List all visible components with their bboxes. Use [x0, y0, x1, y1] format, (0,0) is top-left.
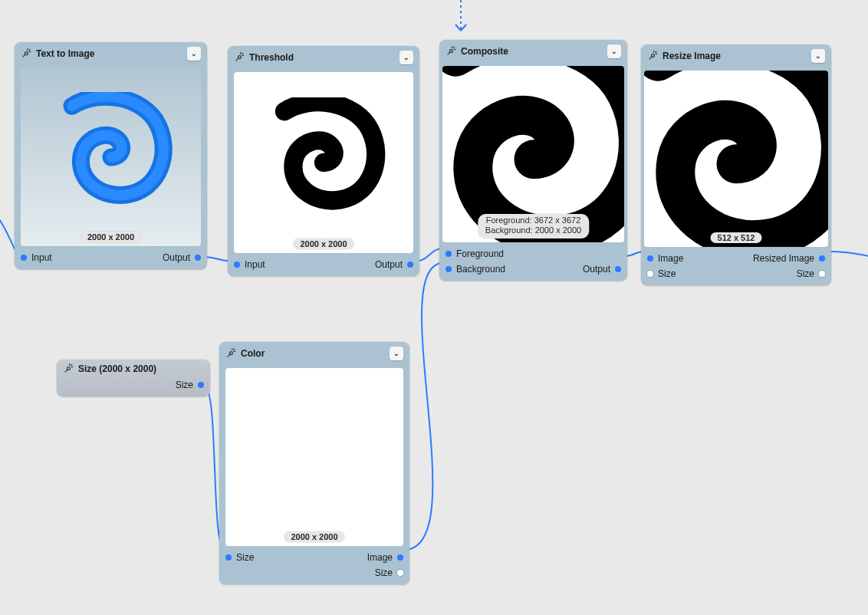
- size-out-port[interactable]: Size: [375, 567, 403, 578]
- size-out-port[interactable]: Size: [176, 380, 204, 390]
- size-in-port[interactable]: Size: [225, 552, 254, 563]
- port-label: Output: [163, 252, 190, 263]
- port-label: Image: [367, 552, 393, 563]
- chevron-down-icon: ⌄: [611, 48, 617, 55]
- node-header[interactable]: Composite ⌄: [439, 40, 627, 63]
- resized-image-port[interactable]: Resized Image: [753, 253, 825, 264]
- tools-icon: [21, 48, 31, 59]
- port-label: Background: [456, 264, 505, 275]
- output-port[interactable]: Output: [163, 252, 201, 263]
- output-port[interactable]: Output: [583, 264, 621, 275]
- chevron-down-icon: ⌄: [191, 50, 197, 58]
- tools-icon: [446, 46, 456, 57]
- node-body: Foreground: 3672 x 3672 Background: 2000…: [439, 63, 627, 245]
- port-label: Resized Image: [753, 253, 814, 264]
- image-port[interactable]: Image: [647, 253, 683, 264]
- chevron-down-icon: ⌄: [815, 52, 821, 60]
- preview-image[interactable]: 2000 x 2000: [225, 368, 403, 546]
- node-size[interactable]: Size (2000 x 2000) Size: [57, 360, 210, 396]
- tools-icon: [647, 51, 658, 61]
- dims-multi-badge: Foreground: 3672 x 3672 Background: 2000…: [478, 214, 589, 239]
- background-port[interactable]: Background: [446, 264, 505, 275]
- dims-badge: 2000 x 2000: [81, 232, 141, 242]
- port-dot-icon: [819, 271, 825, 277]
- node-header[interactable]: Threshold ⌄: [228, 46, 419, 69]
- port-label: Input: [245, 259, 265, 270]
- node-title: Size (2000 x 2000): [78, 363, 204, 374]
- port-dot-icon: [819, 255, 825, 261]
- node-menu-button[interactable]: ⌄: [390, 347, 403, 360]
- size-out-port[interactable]: Size: [797, 268, 825, 279]
- port-dot-icon: [647, 255, 653, 261]
- node-body: 512 x 512: [641, 67, 831, 250]
- port-label: Size: [658, 268, 676, 279]
- node-header[interactable]: Text to Image ⌄: [15, 42, 207, 65]
- output-port[interactable]: Output: [375, 259, 413, 270]
- size-in-port[interactable]: Size: [647, 268, 676, 279]
- image-out-port[interactable]: Image: [367, 552, 403, 563]
- node-header[interactable]: Resize Image ⌄: [641, 44, 831, 67]
- input-port[interactable]: Input: [21, 252, 52, 263]
- node-composite[interactable]: Composite ⌄ Foreground: 3672 x 3672 Back…: [439, 40, 627, 281]
- svg-point-0: [25, 52, 28, 55]
- port-dot-icon: [397, 570, 403, 576]
- node-title: Color: [241, 348, 385, 359]
- node-title: Text to Image: [36, 48, 182, 59]
- port-label: Output: [375, 259, 403, 270]
- node-menu-button[interactable]: ⌄: [399, 51, 413, 64]
- preview-image[interactable]: Foreground: 3672 x 3672 Background: 2000…: [442, 66, 624, 242]
- node-header[interactable]: Color ⌄: [219, 342, 409, 365]
- port-row: Input Output: [228, 258, 419, 271]
- dims-badge: 512 x 512: [711, 232, 762, 243]
- badge-line-fg: Foreground: 3672 x 3672: [485, 215, 581, 226]
- port-row: Size: [57, 378, 210, 392]
- dims-badge: 2000 x 2000: [293, 238, 353, 249]
- spiral-glyph-large: [644, 71, 828, 247]
- node-threshold[interactable]: Threshold ⌄ 2000 x 2000 Input O: [228, 46, 419, 276]
- node-menu-button[interactable]: ⌄: [607, 44, 621, 58]
- port-label: Foreground: [456, 248, 504, 259]
- port-row: Input Output: [15, 251, 207, 265]
- badge-line-bg: Background: 2000 x 2000: [485, 225, 581, 236]
- tools-icon: [225, 348, 236, 359]
- node-resize-image[interactable]: Resize Image ⌄ 512 x 512 Image: [641, 44, 831, 285]
- node-text-to-image[interactable]: Text to Image ⌄ 2000 x 2000 Input: [15, 42, 207, 269]
- chevron-down-icon: ⌄: [393, 350, 399, 357]
- port-dot-icon: [615, 266, 621, 272]
- svg-point-3: [652, 54, 655, 58]
- port-dot-icon: [397, 554, 403, 561]
- node-title: Threshold: [249, 52, 395, 63]
- node-title: Composite: [461, 46, 603, 57]
- preview-image[interactable]: 2000 x 2000: [21, 68, 201, 246]
- chevron-down-icon: ⌄: [403, 54, 409, 61]
- input-port[interactable]: Input: [234, 259, 265, 270]
- preview-image[interactable]: 512 x 512: [644, 71, 828, 247]
- port-dot-icon: [21, 255, 27, 261]
- port-label: Size: [797, 268, 814, 279]
- svg-point-2: [450, 50, 453, 53]
- arrow-into-composite: [455, 0, 466, 31]
- port-row: Size Image: [219, 551, 409, 564]
- port-label: Size: [375, 567, 393, 578]
- node-header[interactable]: Size (2000 x 2000): [57, 360, 210, 377]
- port-dot-icon: [647, 271, 653, 277]
- node-menu-button[interactable]: ⌄: [811, 49, 825, 63]
- port-row: Image Resized Image: [641, 252, 831, 265]
- tools-icon: [63, 363, 74, 374]
- port-label: Size: [176, 380, 193, 390]
- dims-badge: 2000 x 2000: [284, 531, 344, 542]
- node-canvas[interactable]: Text to Image ⌄ 2000 x 2000 Input: [0, 0, 868, 615]
- port-dot-icon: [225, 554, 232, 561]
- port-dot-icon: [446, 266, 452, 272]
- preview-image[interactable]: 2000 x 2000: [234, 72, 413, 253]
- spiral-glyph-black: [258, 97, 389, 228]
- port-label: Image: [658, 253, 683, 264]
- port-dot-icon: [198, 382, 204, 388]
- foreground-port[interactable]: Foreground: [446, 248, 504, 259]
- port-row: Background Output: [439, 262, 627, 276]
- node-menu-button[interactable]: ⌄: [187, 47, 201, 61]
- wire-resize-to-offscreen: [827, 252, 868, 257]
- node-color[interactable]: Color ⌄ 2000 x 2000 Size Image: [219, 342, 409, 584]
- wire-color-to-composite-bg: [404, 263, 443, 550]
- port-label: Output: [583, 264, 610, 275]
